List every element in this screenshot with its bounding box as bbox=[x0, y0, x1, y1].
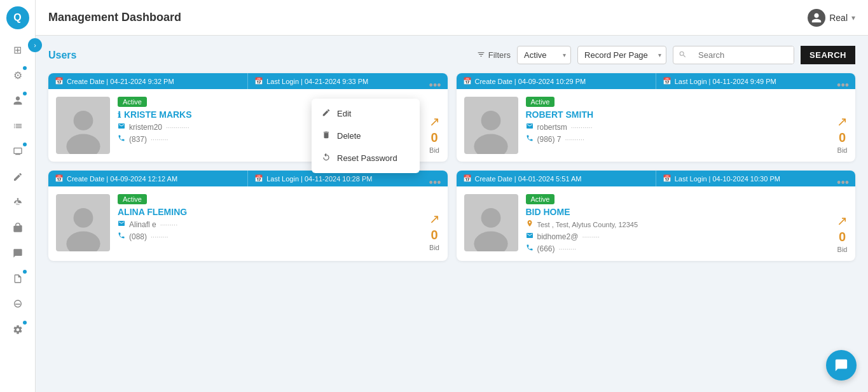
card3-body: Active ALINA FLEMING Alinafl e ········· bbox=[48, 186, 448, 259]
search-wrap bbox=[673, 46, 794, 64]
card3-avatar bbox=[56, 194, 110, 251]
email-icon4 bbox=[526, 232, 534, 241]
card1-status-badge: Active bbox=[118, 97, 147, 107]
location-icon bbox=[526, 220, 534, 229]
sidebar-item-gear2[interactable] bbox=[8, 319, 28, 340]
context-menu-reset-password[interactable]: Reset Password bbox=[312, 147, 420, 169]
sidebar-item-report[interactable] bbox=[8, 269, 28, 289]
calendar-icon: 📅 bbox=[55, 77, 64, 85]
phone-icon bbox=[118, 134, 125, 144]
card3-bid-area: ↗ 0 Bid bbox=[429, 211, 440, 251]
card1-bid-area: ↗ 0 Bid bbox=[429, 114, 440, 154]
context-menu-delete[interactable]: Delete bbox=[312, 125, 420, 147]
card2-phone: (986) 7 ·········· bbox=[526, 134, 848, 144]
filters-button[interactable]: Filters bbox=[477, 50, 511, 60]
calendar-icon4: 📅 bbox=[463, 174, 472, 183]
active-select[interactable]: Active Inactive All bbox=[517, 46, 571, 64]
reset-password-icon bbox=[322, 153, 331, 164]
card2-avatar bbox=[464, 97, 518, 154]
card2-bid-area: ↗ 0 Bid bbox=[837, 114, 848, 154]
user-card-2: 📅 Create Date | 04-09-2024 10:29 PM 📅 La… bbox=[457, 73, 856, 162]
card2-last-login: 📅 Last Login | 04-11-2024 9:49 PM bbox=[656, 73, 855, 89]
context-menu-edit[interactable]: Edit bbox=[312, 102, 420, 125]
svg-point-2 bbox=[481, 111, 501, 130]
sidebar-item-list[interactable] bbox=[8, 116, 28, 136]
card4-bid-area: ↗ 0 Bid bbox=[837, 213, 848, 253]
users-section-title: Users bbox=[48, 50, 471, 61]
sidebar-item-settings[interactable]: ⚙ bbox=[8, 65, 28, 85]
context-delete-label: Delete bbox=[337, 131, 361, 141]
svg-point-7 bbox=[474, 231, 507, 251]
context-reset-label: Reset Password bbox=[337, 153, 397, 163]
svg-point-3 bbox=[474, 134, 507, 154]
search-button[interactable]: SEARCH bbox=[801, 46, 855, 64]
avatar bbox=[808, 9, 825, 27]
phone-icon3 bbox=[118, 232, 125, 241]
login-calendar-icon3: 📅 bbox=[254, 174, 263, 183]
sidebar-item-users[interactable] bbox=[8, 90, 28, 111]
login-calendar-icon2: 📅 bbox=[663, 77, 672, 85]
edit-icon bbox=[322, 108, 331, 119]
bid-arrow-icon2: ↗ bbox=[837, 114, 848, 129]
card4-last-login: 📅 Last Login | 04-10-2024 10:30 PM bbox=[656, 171, 855, 186]
svg-point-1 bbox=[66, 134, 100, 154]
chat-bubble-button[interactable] bbox=[826, 350, 857, 381]
search-icon bbox=[673, 50, 692, 61]
record-per-page-select[interactable]: Record Per Page 10 25 50 bbox=[577, 46, 666, 64]
sidebar-toggle[interactable]: › bbox=[28, 38, 42, 52]
login-calendar-icon: 📅 bbox=[254, 77, 263, 85]
card2-menu-button[interactable]: ••• bbox=[837, 80, 849, 91]
card3-name: ALINA FLEMING bbox=[118, 207, 440, 217]
card4-create-date: 📅 Create Date | 04-01-2024 5:51 AM bbox=[457, 171, 656, 186]
calendar-icon3: 📅 bbox=[55, 174, 64, 183]
card4-name: BID HOME bbox=[526, 207, 848, 217]
card4-header: 📅 Create Date | 04-01-2024 5:51 AM 📅 Las… bbox=[457, 171, 856, 186]
bid-arrow-icon3: ↗ bbox=[429, 211, 440, 227]
card4-address: Test , Test, Alytus County, 12345 bbox=[526, 220, 848, 229]
bid-arrow-icon4: ↗ bbox=[837, 213, 848, 228]
user-menu[interactable]: Real ▾ bbox=[808, 9, 855, 27]
card4-email: bidhome2@ ········· bbox=[526, 232, 848, 241]
card1-last-login: 📅 Last Login | 04-21-2024 9:33 PM bbox=[247, 73, 447, 89]
login-calendar-icon4: 📅 bbox=[663, 174, 672, 183]
users-header: Users Filters Active Inactive All ▾ Reco… bbox=[48, 46, 855, 64]
sidebar-item-chat[interactable] bbox=[8, 243, 28, 263]
content-area: Users Filters Active Inactive All ▾ Reco… bbox=[36, 36, 868, 392]
sidebar-item-home[interactable]: ⊞ bbox=[8, 39, 28, 60]
sidebar-item-monitor[interactable] bbox=[8, 141, 28, 162]
user-card-4: 📅 Create Date | 04-01-2024 5:51 AM 📅 Las… bbox=[457, 171, 856, 261]
card3-menu-button[interactable]: ••• bbox=[429, 177, 441, 188]
sidebar-item-tag[interactable] bbox=[8, 167, 28, 187]
phone-icon2 bbox=[526, 134, 534, 144]
card2-status-badge: Active bbox=[526, 97, 555, 107]
user-card-3: 📅 Create Date | 04-09-2024 12:12 AM 📅 La… bbox=[48, 171, 448, 261]
topbar: Management Dashboard Real ▾ bbox=[36, 0, 868, 36]
card4-avatar bbox=[464, 194, 518, 251]
svg-point-4 bbox=[73, 208, 93, 228]
card1-menu-button[interactable]: ••• bbox=[429, 80, 441, 91]
calendar-icon2: 📅 bbox=[463, 77, 472, 85]
user-chevron-icon[interactable]: ▾ bbox=[851, 13, 855, 22]
card4-menu-button[interactable]: ••• bbox=[837, 177, 849, 188]
search-input[interactable] bbox=[692, 46, 794, 64]
svg-point-5 bbox=[66, 231, 100, 251]
card3-create-date: 📅 Create Date | 04-09-2024 12:12 AM bbox=[48, 171, 247, 186]
card2-name: ROBERT SMITH bbox=[526, 109, 848, 120]
context-edit-label: Edit bbox=[337, 109, 351, 118]
svg-point-0 bbox=[73, 111, 93, 130]
phone-icon4 bbox=[526, 244, 534, 253]
cards-grid: 📅 Create Date | 04-21-2024 9:32 PM 📅 Las… bbox=[48, 73, 855, 261]
card1-avatar bbox=[56, 97, 110, 154]
filters-label: Filters bbox=[488, 50, 511, 60]
card3-info: Active ALINA FLEMING Alinafl e ········· bbox=[118, 194, 440, 251]
sidebar-item-megaphone[interactable] bbox=[8, 294, 28, 314]
email-icon bbox=[118, 122, 125, 132]
context-menu: Edit Delete Reset Password bbox=[312, 99, 420, 173]
card4-status-badge: Active bbox=[526, 194, 555, 204]
sidebar-item-briefcase[interactable] bbox=[8, 218, 28, 238]
card4-phone: (666) ········· bbox=[526, 244, 848, 253]
username: Real bbox=[829, 13, 848, 23]
card3-email: Alinafl e ········· bbox=[118, 220, 440, 229]
sidebar-item-robot[interactable] bbox=[8, 192, 28, 213]
bid-arrow-icon: ↗ bbox=[429, 114, 440, 129]
